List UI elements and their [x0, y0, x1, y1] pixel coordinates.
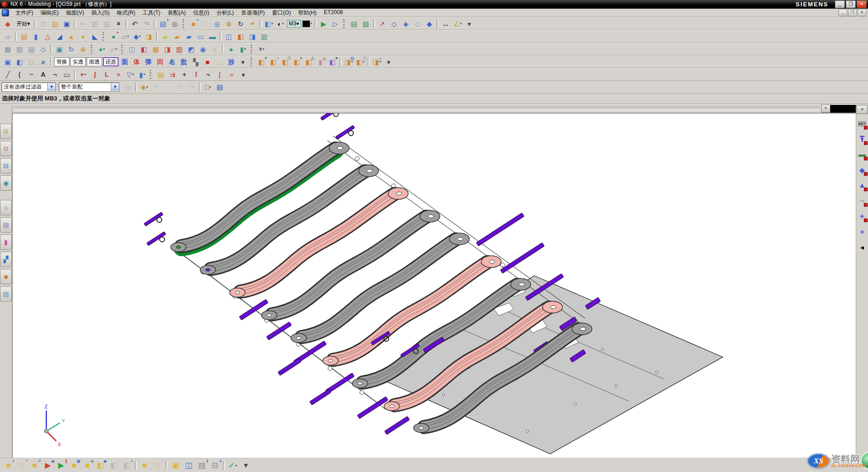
save-icon[interactable]: ▣: [61, 18, 73, 29]
replace-button[interactable]: 替换: [54, 57, 69, 66]
pattern-face-icon[interactable]: ▦: [150, 44, 162, 55]
fit-all-icon[interactable]: ⊕: [77, 44, 89, 55]
reuse-key-item[interactable]: KEY: [857, 118, 868, 129]
thicken-icon[interactable]: ▬: [207, 31, 218, 42]
mirror-feature-icon[interactable]: ◧: [138, 44, 150, 55]
wave-move-icon[interactable]: ◧+: [256, 56, 267, 67]
formed-purple-patch[interactable]: [326, 373, 355, 394]
reuse-plate-item[interactable]: ◆: [857, 164, 868, 176]
new-file-icon[interactable]: □: [37, 18, 49, 29]
wave-delete-icon[interactable]: ◧×: [326, 56, 338, 67]
wave-cyl-warn-icon[interactable]: ▮△: [315, 56, 326, 67]
arc-icon[interactable]: (: [14, 69, 25, 80]
nx-taskbar-icon[interactable]: ◆: [2, 18, 14, 29]
doc-minimize-button[interactable]: _: [838, 9, 847, 16]
wcs-orient-icon[interactable]: ↗: [376, 18, 388, 29]
restore-button[interactable]: ❐: [846, 0, 856, 8]
row5-end-chevron[interactable]: ▾: [237, 69, 249, 80]
reuse-bracket-item[interactable]: ▲: [857, 179, 868, 191]
revolve-icon[interactable]: ▲: [65, 31, 77, 42]
menu-item-11[interactable]: 窗口(O): [268, 8, 294, 18]
web-browser-tab[interactable]: ◉: [0, 175, 12, 191]
red-cube-icon[interactable]: ■: [202, 56, 213, 67]
formed-purple-patch[interactable]: [385, 416, 409, 434]
split-body-icon[interactable]: ▥: [173, 44, 185, 55]
point-set-icon[interactable]: ●▾: [96, 44, 108, 55]
assembly-constraints-icon[interactable]: ▶∥: [54, 459, 68, 472]
batch-char-icon[interactable]: 批: [178, 56, 190, 67]
toolbar-grip[interactable]: [251, 57, 254, 66]
layer-settings-icon[interactable]: ▤: [348, 18, 360, 29]
component-info-icon[interactable]: ▤i: [195, 459, 208, 472]
copy-icon[interactable]: ▥: [89, 18, 101, 29]
wcs-origin-icon[interactable]: ◇: [412, 18, 424, 29]
bottom-more-chevron[interactable]: ▾: [239, 459, 252, 472]
refresh-icon[interactable]: ↻: [65, 44, 77, 55]
view-orientation-icon[interactable]: ◧▾: [263, 18, 275, 29]
spline-icon[interactable]: ~: [25, 69, 37, 80]
suppress-component-icon[interactable]: ■o: [81, 459, 94, 472]
sphere-icon[interactable]: ●: [77, 31, 89, 42]
move-component-icon[interactable]: ■▣: [68, 459, 81, 472]
point-icon[interactable]: ●+: [108, 31, 119, 42]
visual-tools-tab[interactable]: ▞: [0, 252, 12, 267]
move-object-icon[interactable]: ▷: [330, 18, 341, 29]
sew-icon[interactable]: ◧: [235, 31, 247, 42]
component-stack-icon[interactable]: □□: [151, 459, 164, 472]
face-char-icon[interactable]: 面: [119, 56, 131, 67]
new-component-icon[interactable]: □*: [15, 459, 28, 472]
part-navigator-tab[interactable]: ⊟: [0, 158, 12, 174]
menu-item-3[interactable]: 视图(V): [62, 8, 88, 18]
mirror-assembly-icon[interactable]: ▶◀: [41, 459, 54, 472]
wrench-edit-icon[interactable]: ◧□: [107, 459, 120, 472]
menu-item-1[interactable]: 文件(F): [12, 8, 37, 18]
through-curves-icon[interactable]: ▰: [171, 31, 183, 42]
sketch-in-task-icon[interactable]: ▱: [2, 31, 14, 42]
assembly-navigator-tab[interactable]: ⊞: [0, 124, 12, 139]
join-curve-icon[interactable]: ⇉: [167, 69, 178, 80]
section-curve-icon[interactable]: ▮▾: [136, 69, 148, 80]
zoom-in-out-icon[interactable]: ⊕: [223, 18, 235, 29]
trim-body-icon[interactable]: ◫: [223, 31, 235, 42]
bounded-plane-icon[interactable]: ▭: [195, 31, 207, 42]
extrude-sheet-icon[interactable]: ◨: [143, 31, 155, 42]
open-file-icon[interactable]: ▨: [49, 18, 61, 29]
datum-plane-grid-icon[interactable]: ▱▾: [108, 44, 119, 55]
paste-icon[interactable]: ▤: [101, 18, 113, 29]
curve-s-icon[interactable]: ſ: [190, 69, 202, 80]
selection-filter-combo[interactable]: 没有选择过滤器 ▼: [1, 82, 56, 92]
show-component-icon[interactable]: ■■: [138, 459, 151, 472]
block-icon[interactable]: ▧: [18, 31, 30, 42]
datum-csys-icon[interactable]: ◆▾: [131, 31, 143, 42]
history-tab[interactable]: ○: [0, 200, 12, 215]
exploded-view-icon[interactable]: ▣: [169, 459, 182, 472]
swept-icon[interactable]: ▰: [183, 31, 195, 42]
object-color-swatch[interactable]: ▾: [301, 18, 313, 29]
cross-curve-icon[interactable]: +: [178, 69, 190, 80]
menu-item-4[interactable]: 插入(S): [88, 8, 113, 18]
reuse-bolt-item[interactable]: Ŧ: [857, 133, 868, 145]
materials-tab[interactable]: ▮: [0, 234, 12, 250]
menu-item-2[interactable]: 编辑(E): [37, 8, 62, 18]
selection-scope-combo[interactable]: 整个装配 ▼: [59, 82, 119, 92]
boxed-component-icon[interactable]: ◫: [182, 459, 195, 472]
snap-rotate-icon[interactable]: ↻: [174, 82, 186, 93]
pattern-object-icon[interactable]: ◧□▾: [355, 56, 366, 67]
selection-filter-dropdown-icon[interactable]: ▼: [47, 83, 55, 91]
yellow-cube-icon[interactable]: □: [213, 56, 225, 67]
measure-dim-icon[interactable]: ◨↔▾: [371, 56, 383, 67]
rotate-view-icon[interactable]: ↻: [235, 18, 247, 29]
copy-object-icon[interactable]: ◨▤▾: [343, 56, 355, 67]
wcs-rotate-icon[interactable]: ◈: [400, 18, 412, 29]
body-char-icon[interactable]: 体: [131, 56, 143, 67]
menu-item-9[interactable]: 分析(L): [213, 8, 238, 18]
toolbar-grip[interactable]: [343, 19, 346, 28]
face-transparent-button[interactable]: 面透: [87, 57, 102, 66]
assembly-tree-info-icon[interactable]: ⊟i: [208, 459, 222, 472]
purple-lever-part[interactable]: [147, 232, 166, 246]
formed-purple-patch[interactable]: [278, 358, 301, 376]
menu-item-5[interactable]: 格式(R): [113, 8, 139, 18]
name-char-icon[interactable]: 名: [166, 56, 178, 67]
fillet-curve-icon[interactable]: ʃ: [89, 69, 101, 80]
formed-purple-patch[interactable]: [266, 322, 291, 340]
